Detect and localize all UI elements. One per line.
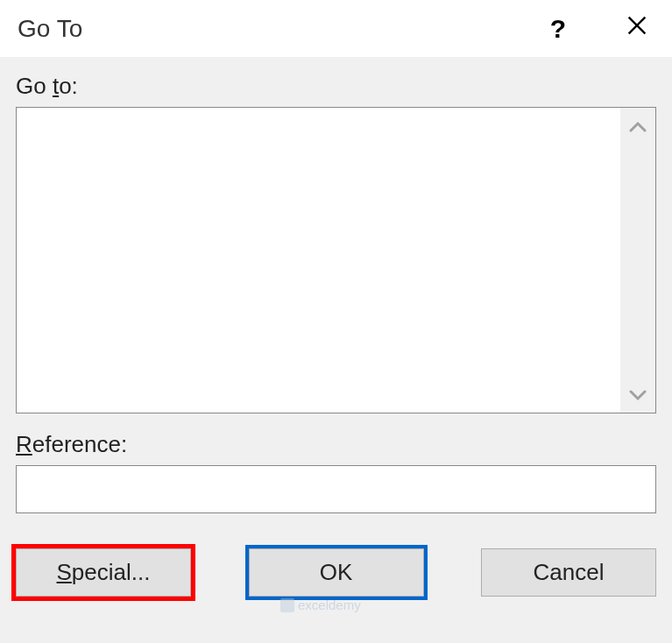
goto-label-prefix: Go xyxy=(16,73,53,99)
scroll-up-icon[interactable] xyxy=(629,115,647,136)
reference-label-underline: R xyxy=(16,431,32,457)
ok-button[interactable]: OK xyxy=(249,548,424,597)
cancel-button[interactable]: Cancel xyxy=(481,548,656,597)
dialog-title: Go To xyxy=(18,15,541,43)
reference-label-suffix: eference: xyxy=(32,431,127,457)
titlebar: Go To ? xyxy=(0,0,672,57)
goto-dialog: Go To ? Go to: xyxy=(0,0,672,643)
goto-listbox-wrapper xyxy=(16,107,656,413)
titlebar-controls: ? xyxy=(541,13,654,44)
goto-listbox[interactable] xyxy=(17,108,620,413)
close-icon[interactable] xyxy=(619,13,654,44)
special-underline: S xyxy=(57,559,72,585)
help-icon[interactable]: ? xyxy=(541,14,576,44)
goto-label-suffix: o: xyxy=(59,73,78,99)
button-row: Special... OK Cancel xyxy=(16,548,656,597)
reference-input[interactable] xyxy=(16,465,656,513)
listbox-scrollbar[interactable] xyxy=(620,108,655,413)
goto-label: Go to: xyxy=(16,73,656,100)
dialog-content: Go to: Reference: Special... OK Cancel xyxy=(0,57,672,643)
reference-label: Reference: xyxy=(16,431,656,458)
special-suffix: pecial... xyxy=(72,559,151,585)
special-button[interactable]: Special... xyxy=(16,548,191,597)
scroll-down-icon[interactable] xyxy=(629,385,647,406)
